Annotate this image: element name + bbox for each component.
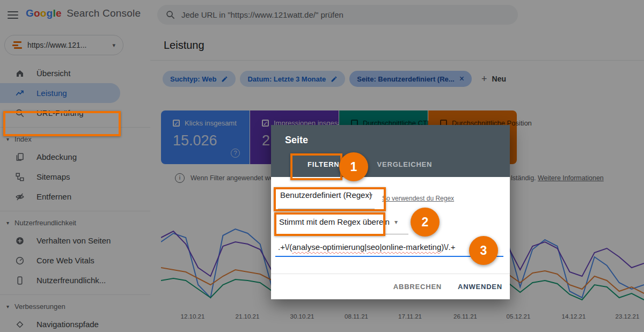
dialog-footer: ABBRECHEN ANWENDEN [271,274,510,299]
match-type-select[interactable]: Stimmt mit dem Regex überein [279,217,390,226]
chevron-down-icon[interactable]: ▾ [369,191,372,199]
regex-help-link[interactable]: So verwendest du Regex [382,195,454,202]
regex-text: )\/.+ [441,242,455,252]
page-filter-dialog: Seite FILTERN VERGLEICHEN Benutzerdefini… [271,125,510,299]
dialog-tabs: FILTERN VERGLEICHEN [296,152,444,177]
regex-text: .+\/( [278,242,292,252]
cancel-button[interactable]: ABBRECHEN [393,283,442,291]
dialog-header: Seite FILTERN VERGLEICHEN [271,125,510,177]
tab-vergleichen[interactable]: VERGLEICHEN [365,152,444,177]
dialog-title: Seite [285,135,308,146]
tab-filtern[interactable]: FILTERN [296,152,352,177]
select-underline [277,234,408,234]
regex-input[interactable]: .+\/(analyse-optimierung|seo|online-mark… [278,242,503,252]
dialog-body: Benutzerdefiniert (Regex) ▾ So verwendes… [271,177,510,274]
input-focus-underline [275,256,503,257]
apply-button[interactable]: ANWENDEN [458,283,502,291]
regex-text-misspelled: analyse-optimierung [292,242,364,252]
regex-text-misspelled: seo|online-marketing [367,242,441,252]
select-underline [278,209,375,209]
chevron-down-icon[interactable]: ▾ [394,218,398,226]
filter-type-select[interactable]: Benutzerdefiniert (Regex) [280,190,372,200]
